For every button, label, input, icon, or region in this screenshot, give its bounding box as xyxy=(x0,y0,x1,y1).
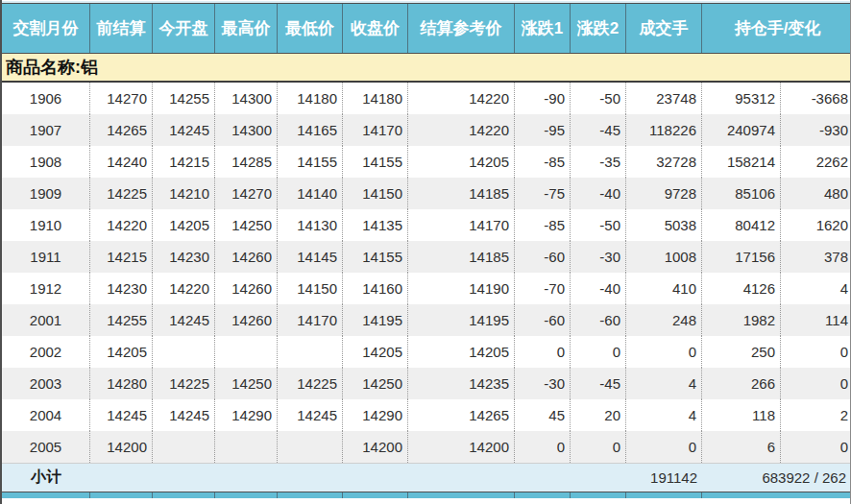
header-cell-change1: 涨跌1 xyxy=(515,4,571,53)
cell-change1: -30 xyxy=(515,368,571,399)
cell-volume: 4 xyxy=(626,368,702,399)
cell-close: 14180 xyxy=(343,83,408,114)
cell-high: 14260 xyxy=(215,304,278,336)
cell-volume: 23748 xyxy=(626,83,702,114)
cell-close: 14250 xyxy=(343,368,408,399)
cell-change2: -45 xyxy=(571,368,626,399)
commodity-name-label: 商品名称:铝 xyxy=(6,58,98,77)
cell-oi-change: 480 xyxy=(781,178,851,209)
cell-change1: 0 xyxy=(515,431,571,463)
cell-prev-settlement: 14245 xyxy=(90,399,153,431)
next-header-cell xyxy=(2,492,90,498)
cell-delivery-month: 1910 xyxy=(2,209,90,241)
cell-settlement-ref: 14170 xyxy=(408,209,515,241)
cell-high: 14300 xyxy=(215,114,278,146)
cell-close: 14170 xyxy=(343,114,408,146)
cell-settlement-ref: 14195 xyxy=(408,304,515,336)
cell-close: 14160 xyxy=(343,273,408,304)
cell-change1: -85 xyxy=(515,146,571,178)
cell-low: 14165 xyxy=(278,114,343,146)
cell-open: 14220 xyxy=(153,273,215,304)
cell-low: 14130 xyxy=(278,209,343,241)
cell-close: 14205 xyxy=(343,336,408,368)
table-row: 1910142201420514250141301413514170-85-50… xyxy=(2,209,850,241)
cell-delivery-month: 2003 xyxy=(2,368,90,399)
table-row: 2001142551424514260141701419514195-60-60… xyxy=(2,304,850,336)
cell-open-interest: 118 xyxy=(702,399,781,431)
cell-volume: 9728 xyxy=(626,178,702,209)
cell-change2: -50 xyxy=(571,83,626,114)
cell-open xyxy=(153,431,215,463)
cell-open: 14205 xyxy=(153,209,215,241)
cell-low: 14180 xyxy=(278,83,343,114)
table-body: 1906142701425514300141801418014220-90-50… xyxy=(2,83,850,463)
cell-change2: -50 xyxy=(571,209,626,241)
cell-close: 14155 xyxy=(343,241,408,273)
header-cell-settlement-ref: 结算参考价 xyxy=(408,4,515,53)
cell-close: 14135 xyxy=(343,209,408,241)
cell-oi-change: 0 xyxy=(781,431,851,463)
cell-change2: 20 xyxy=(571,399,626,431)
cell-low: 14245 xyxy=(278,399,343,431)
cell-settlement-ref: 14185 xyxy=(408,178,515,209)
cell-open: 14245 xyxy=(153,304,215,336)
cell-settlement-ref: 14265 xyxy=(408,399,515,431)
cell-change1: -70 xyxy=(515,273,571,304)
cell-low xyxy=(278,336,343,368)
cell-delivery-month: 2005 xyxy=(2,431,90,463)
cell-change1: -60 xyxy=(515,241,571,273)
cell-open-interest: 266 xyxy=(702,368,781,399)
cell-volume: 5038 xyxy=(626,209,702,241)
cell-low: 14150 xyxy=(278,273,343,304)
cell-delivery-month: 1907 xyxy=(2,114,90,146)
header-cell-volume: 成交手 xyxy=(626,4,702,53)
next-header-cell xyxy=(408,492,515,498)
header-cell-low: 最低价 xyxy=(278,4,343,53)
cell-oi-change: 2262 xyxy=(781,146,851,178)
cell-volume: 410 xyxy=(626,273,702,304)
cell-delivery-month: 2002 xyxy=(2,336,90,368)
cell-volume: 248 xyxy=(626,304,702,336)
table-row: 1907142651424514300141651417014220-95-45… xyxy=(2,114,850,146)
cell-open: 14210 xyxy=(153,178,215,209)
table-row: 1906142701425514300141801418014220-90-50… xyxy=(2,83,850,114)
cell-prev-settlement: 14205 xyxy=(90,336,153,368)
cell-volume: 118226 xyxy=(626,114,702,146)
cell-close: 14200 xyxy=(343,431,408,463)
header-cell-close: 收盘价 xyxy=(343,4,408,53)
next-header-cell xyxy=(90,492,153,498)
cell-low: 14225 xyxy=(278,368,343,399)
cell-change2: 0 xyxy=(571,431,626,463)
cell-open-interest: 85106 xyxy=(702,178,781,209)
cell-open: 14255 xyxy=(153,83,215,114)
cell-close: 14290 xyxy=(343,399,408,431)
next-header-cell xyxy=(571,492,626,498)
cell-close: 14150 xyxy=(343,178,408,209)
header-cell-high: 最高价 xyxy=(215,4,278,53)
header-cell-open-interest-change: 持仓手/变化 xyxy=(702,4,851,53)
cell-change2: -45 xyxy=(571,114,626,146)
cell-prev-settlement: 14240 xyxy=(90,146,153,178)
next-header-cell xyxy=(215,492,278,498)
cell-change1: -95 xyxy=(515,114,571,146)
next-header-cell xyxy=(702,492,851,498)
cell-high: 14285 xyxy=(215,146,278,178)
cell-open xyxy=(153,336,215,368)
cell-change2: -35 xyxy=(571,146,626,178)
cell-close: 14195 xyxy=(343,304,408,336)
cell-open-interest: 250 xyxy=(702,336,781,368)
cell-open: 14245 xyxy=(153,114,215,146)
cell-oi-change: 1620 xyxy=(781,209,851,241)
header-cell-open: 今开盘 xyxy=(153,4,215,53)
cell-delivery-month: 1909 xyxy=(2,178,90,209)
commodity-name-row: 商品名称:铝 xyxy=(2,54,850,83)
next-header-cell xyxy=(343,492,408,498)
cell-change2: 0 xyxy=(571,336,626,368)
cell-prev-settlement: 14230 xyxy=(90,273,153,304)
cell-delivery-month: 2004 xyxy=(2,399,90,431)
cell-low: 14170 xyxy=(278,304,343,336)
cell-delivery-month: 1912 xyxy=(2,273,90,304)
cell-high: 14250 xyxy=(215,368,278,399)
cell-change1: -90 xyxy=(515,83,571,114)
table-header-row: 交割月份前结算今开盘最高价最低价收盘价结算参考价涨跌1涨跌2成交手持仓手/变化 xyxy=(2,4,850,54)
